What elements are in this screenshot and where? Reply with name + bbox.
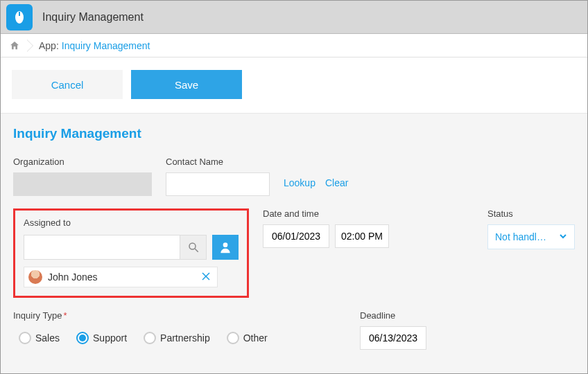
- form-title: Inquiry Management: [13, 126, 575, 141]
- deadline-field: Deadline: [360, 310, 426, 350]
- contact-input[interactable]: [166, 172, 270, 196]
- clear-link[interactable]: Clear: [325, 177, 348, 188]
- svg-point-4: [223, 242, 228, 247]
- person-icon: [218, 240, 232, 254]
- contact-field: Contact Name: [166, 157, 270, 196]
- radio-icon: [227, 332, 239, 344]
- breadcrumb-separator: [27, 39, 33, 52]
- save-button[interactable]: Save: [131, 70, 242, 99]
- assigned-search-wrap: [24, 235, 207, 260]
- contact-label: Contact Name: [166, 157, 270, 167]
- breadcrumb-app-link[interactable]: Inquiry Management: [62, 40, 150, 51]
- time-input[interactable]: [335, 224, 389, 248]
- organization-field: Organization: [13, 157, 152, 196]
- radio-sales[interactable]: Sales: [19, 332, 60, 344]
- status-select[interactable]: Not handl…: [487, 224, 575, 249]
- date-input[interactable]: [263, 224, 329, 248]
- assigned-label: Assigned to: [24, 217, 239, 228]
- form-area: Inquiry Management Organization Contact …: [1, 113, 587, 374]
- chevron-down-icon: [559, 231, 567, 242]
- svg-line-3: [195, 249, 198, 252]
- radio-label: Partnership: [160, 332, 210, 344]
- radio-partnership[interactable]: Partnership: [144, 332, 210, 344]
- assigned-user-name: John Jones: [48, 271, 199, 283]
- assigned-user-chip: John Jones: [24, 267, 218, 287]
- radio-icon: [144, 332, 156, 344]
- avatar: [28, 270, 42, 284]
- home-icon[interactable]: [9, 40, 20, 51]
- assigned-search-button[interactable]: [180, 235, 206, 259]
- radio-label: Support: [93, 332, 127, 344]
- svg-rect-1: [19, 12, 20, 16]
- org-picker-button[interactable]: [212, 235, 239, 260]
- radio-label: Sales: [35, 332, 60, 344]
- inquiry-type-field: Inquiry Type* Sales Support Partnership: [13, 310, 332, 350]
- action-bar: Cancel Save: [1, 57, 587, 113]
- contact-actions: Lookup Clear: [284, 171, 348, 195]
- status-label: Status: [487, 208, 575, 219]
- radio-support[interactable]: Support: [76, 332, 127, 344]
- radio-other[interactable]: Other: [227, 332, 268, 344]
- remove-user-button[interactable]: [199, 271, 213, 283]
- app-logo: [6, 4, 33, 30]
- deadline-input[interactable]: [360, 326, 426, 350]
- radio-label: Other: [243, 332, 268, 344]
- organization-input[interactable]: [13, 172, 152, 196]
- svg-point-2: [189, 243, 196, 249]
- datetime-label: Date and time: [263, 208, 389, 219]
- lookup-link[interactable]: Lookup: [284, 177, 315, 188]
- radio-icon: [76, 332, 89, 344]
- datetime-field: Date and time: [263, 208, 389, 248]
- status-field: Status Not handl…: [487, 208, 575, 249]
- assigned-to-section: Assigned to John Jones: [13, 208, 249, 298]
- title-bar: Inquiry Management: [1, 1, 587, 34]
- search-icon: [187, 241, 200, 253]
- status-value: Not handl…: [495, 231, 546, 242]
- required-mark: *: [64, 310, 67, 321]
- organization-label: Organization: [13, 157, 152, 167]
- radio-icon: [19, 332, 31, 344]
- deadline-label: Deadline: [360, 310, 426, 321]
- close-icon: [202, 272, 210, 280]
- inquiry-type-options: Sales Support Partnership Other: [13, 326, 332, 350]
- inquiry-type-label: Inquiry Type*: [13, 310, 332, 321]
- breadcrumb: App: Inquiry Management: [1, 34, 587, 57]
- mouse-icon: [11, 9, 28, 26]
- app-title: Inquiry Management: [42, 11, 144, 24]
- cancel-button[interactable]: Cancel: [12, 70, 123, 99]
- assigned-search-input[interactable]: [24, 235, 180, 259]
- breadcrumb-app-label: App:: [39, 40, 59, 51]
